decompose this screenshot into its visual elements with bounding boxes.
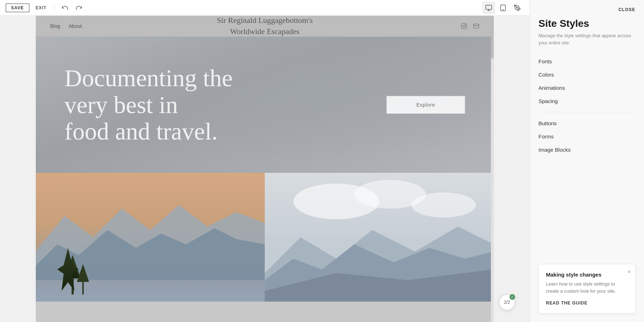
mountain-right-svg bbox=[265, 173, 494, 302]
nav-item-forms[interactable]: Forms bbox=[538, 130, 635, 143]
toolbar-right bbox=[482, 1, 524, 14]
save-button[interactable]: SAVE bbox=[6, 4, 29, 12]
instagram-icon bbox=[461, 23, 467, 29]
nav-item-spacing[interactable]: Spacing bbox=[538, 94, 635, 108]
nav-about[interactable]: About bbox=[69, 23, 82, 29]
panel-title: Site Styles bbox=[530, 18, 644, 32]
site-social-icons bbox=[461, 23, 479, 29]
canvas-scrollbar[interactable] bbox=[491, 16, 494, 322]
undo-button[interactable] bbox=[59, 2, 70, 14]
tooltip-card: × Making style changes Learn how to use … bbox=[538, 264, 635, 313]
hero-text: Documenting the very best in food and tr… bbox=[64, 65, 279, 145]
nav-blog[interactable]: Blog bbox=[50, 23, 60, 29]
tooltip-text: Learn how to use style settings to creat… bbox=[546, 280, 628, 294]
canvas-container: Blog About Sir Reginald Luggagebottom's … bbox=[0, 16, 530, 322]
exit-button[interactable]: EXIT bbox=[32, 4, 50, 12]
redo-button[interactable] bbox=[73, 2, 85, 14]
style-button[interactable] bbox=[511, 1, 524, 14]
hero-section: Documenting the very best in food and tr… bbox=[36, 37, 494, 173]
svg-point-3 bbox=[517, 7, 518, 8]
desktop-view-button[interactable] bbox=[482, 1, 495, 14]
nav-item-colors[interactable]: Colors bbox=[538, 68, 635, 81]
photo-right bbox=[265, 173, 494, 302]
scrollbar-thumb bbox=[491, 16, 494, 59]
close-button[interactable]: CLOSE bbox=[619, 7, 635, 12]
svg-rect-14 bbox=[82, 280, 84, 294]
nav-divider bbox=[538, 112, 635, 112]
nav-item-fonts[interactable]: Fonts bbox=[538, 55, 635, 68]
nav-item-image-blocks[interactable]: Image Blocks bbox=[538, 143, 635, 156]
tooltip-close-button[interactable]: × bbox=[628, 269, 631, 275]
email-icon bbox=[473, 23, 479, 29]
panel-header: CLOSE bbox=[530, 0, 644, 18]
canvas: Blog About Sir Reginald Luggagebottom's … bbox=[36, 16, 494, 322]
nav-item-buttons[interactable]: Buttons bbox=[538, 117, 635, 130]
right-panel: CLOSE Site Styles Manage the style setti… bbox=[530, 0, 644, 322]
svg-rect-11 bbox=[72, 277, 74, 294]
tablet-view-button[interactable] bbox=[497, 1, 509, 14]
svg-rect-4 bbox=[462, 24, 467, 29]
read-guide-button[interactable]: READ THE GUIDE bbox=[546, 301, 587, 306]
tooltip-title: Making style changes bbox=[546, 272, 628, 278]
site-header: Blog About Sir Reginald Luggagebottom's … bbox=[36, 16, 494, 37]
svg-point-6 bbox=[465, 24, 466, 25]
site-nav: Blog About bbox=[50, 23, 82, 29]
nav-item-animations[interactable]: Animations bbox=[538, 81, 635, 94]
mountain-left-svg bbox=[36, 173, 265, 302]
toolbar: SAVE EXIT bbox=[0, 0, 530, 16]
progress-check-icon: ✓ bbox=[509, 294, 515, 300]
progress-badge: 2/2 ✓ bbox=[499, 294, 515, 311]
svg-point-5 bbox=[463, 25, 465, 27]
toolbar-divider bbox=[54, 4, 55, 11]
panel-subtitle: Manage the style settings that appear ac… bbox=[530, 32, 644, 55]
svg-point-2 bbox=[503, 9, 503, 10]
svg-point-19 bbox=[411, 192, 476, 218]
explore-button[interactable]: Explore bbox=[386, 96, 465, 114]
svg-rect-0 bbox=[486, 5, 492, 9]
photo-left bbox=[36, 173, 265, 302]
panel-nav: Fonts Colors Animations Spacing Buttons … bbox=[530, 55, 644, 156]
site-title: Sir Reginald Luggagebottom's Worldwide E… bbox=[217, 16, 313, 37]
photo-grid bbox=[36, 173, 494, 302]
